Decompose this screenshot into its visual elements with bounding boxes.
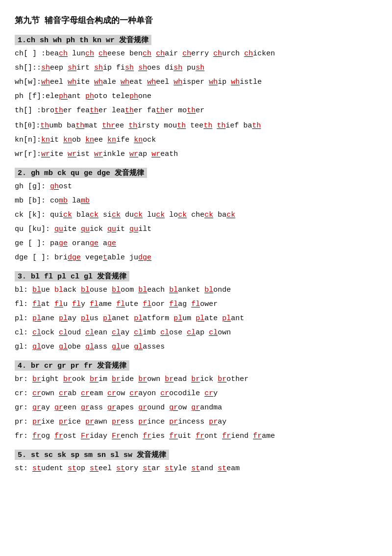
line-th1: th[] :brother feather leather father mot… [15,105,377,117]
section2-header: 2. gh mb ck qu ge dge 发音规律 [15,168,147,178]
line-st: st: student stop steel story star style … [15,463,377,475]
line-fl: fl: flat flu fly flame flute floor flag … [15,299,377,310]
line-gr: gr: gray green grass grapes ground grow … [15,402,377,414]
line-gh: gh [g]: ghost [15,181,377,193]
line-sh: sh[]::sheep shirt ship fish shoes dish p… [15,62,377,74]
line-wh: wh[w]:wheel white whale wheat wheel whis… [15,76,377,88]
line-pl: pl: plane play plus planet platform plum… [15,313,377,325]
section1-header: 1.ch sh wh ph th kn wr 发音规律 [15,35,151,45]
section5-header: 5. st sc sk sp sm sn sl sw 发音规律 [15,450,169,460]
line-br: br: bright brook brim bride brown bread … [15,374,377,385]
section4-header: 4. br cr gr pr fr 发音规律 [15,360,129,371]
line-ck: ck [k]: quick black sick duck luck lock … [15,209,377,221]
line-mb: mb [b]: comb lamb [15,195,377,207]
line-fr: fr: frog frost Friday French fries fruit… [15,430,377,442]
line-gl: gl: glove globe glass glue glasses [15,341,377,353]
line-qu: qu [ku]: quite quick quit quilt [15,224,377,235]
line-th2: th[θ]:thumb bathmat three thirsty mouth … [15,119,377,132]
line-ch: ch[ ] :beach lunch cheese bench chair ch… [15,48,377,60]
line-cl: cl: clock cloud clean clay climb close c… [15,327,377,339]
line-cr: cr: crown crab cream crow crayon crocodi… [15,388,377,400]
section3-header: 3. bl fl pl cl gl 发音规律 [15,271,129,281]
line-pr: pr: prixe price prawn press prince princ… [15,416,377,428]
line-ph: ph [f]:elephant photo telephone [15,91,377,102]
line-kn: kn[n]:knit knob knee knife knock [15,134,377,146]
line-dge: dge [ ]: bridge vegetable judge [15,252,377,264]
line-bl: bl: blue black blouse bloom bleach blank… [15,284,377,296]
line-ge: ge [ ]: page orange age [15,238,377,250]
line-wr: wr[r]:write wrist wrinkle wrap wreath [15,149,377,160]
page-title: 第九节 辅音字母组合构成的一种单音 [15,15,377,26]
